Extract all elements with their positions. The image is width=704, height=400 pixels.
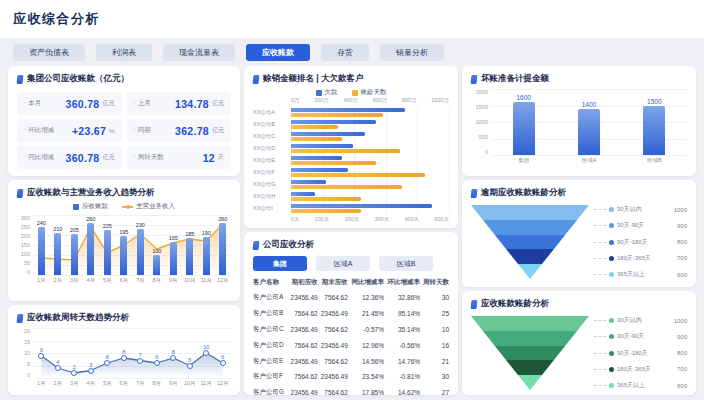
table-cell: 35.14% [384, 322, 420, 338]
aging-bucket-value: 1000 [665, 207, 687, 213]
bar-track [291, 204, 449, 213]
turnover-chart: 2015105094236876851061月2月3月4月5月6月7月8月9月1… [17, 328, 231, 387]
legend-dot-icon [609, 272, 614, 277]
table-cell: 14.56% [348, 353, 384, 369]
days-bar [291, 113, 383, 117]
point-value-label: 6 [221, 354, 224, 360]
table-row: 客户公司A23456.497564.6212.36%32.86%30 [253, 290, 449, 306]
region-tab-2[interactable]: 区域B [379, 256, 433, 271]
legend-swatch-icon [316, 90, 322, 96]
y-tick-label: 1000 [471, 119, 488, 125]
kpi-label: 周转天数 [134, 153, 164, 162]
aging-bucket-label: 365天以上 [617, 270, 665, 279]
turnover-area [41, 353, 223, 378]
bar-column: 165 [165, 215, 182, 275]
data-point [203, 350, 209, 356]
bottom-axis-label: 100天 [315, 216, 330, 223]
x-tick-label: 6月 [116, 380, 133, 387]
nav-tab-3[interactable]: 应收账款 [246, 44, 310, 61]
bar-column: 1400 [556, 89, 621, 155]
bar-value-label: 205 [70, 227, 79, 233]
company-table-card: 公司应收分析 集团区域A区域B 客户名称期初应收期末应收同比增减率环比增减率周转… [244, 232, 458, 395]
bar-value-label: 1500 [647, 98, 661, 105]
amount-bar [291, 168, 348, 172]
x-tick-label: 6月 [116, 277, 133, 284]
y-tick-label: 50 [17, 260, 30, 266]
x-tick-label: 3月 [66, 380, 83, 387]
point-value-label: 5 [188, 357, 191, 363]
x-tick-label: 11月 [198, 277, 215, 284]
dash-connector [594, 336, 606, 337]
page-header: 应收综合分析 [0, 0, 704, 38]
kpi-tile-1: 上月134.78亿元 [127, 92, 232, 115]
aging-funnel-title-text: 应收账款账龄分析 [481, 298, 549, 310]
funnel-band [471, 220, 589, 235]
days-bar [291, 149, 400, 153]
data-point [55, 365, 61, 371]
table-cell: 32.86% [384, 290, 420, 306]
kpi-tile-5: 周转天数12天 [127, 146, 232, 169]
turnover-line [33, 328, 231, 378]
table-cell: 23456.49 [288, 385, 318, 400]
aging-funnel-title: 应收账款账龄分析 [471, 298, 687, 310]
kpi-label: 环比增减 [24, 126, 54, 135]
overdue-funnel-title-text: 逾期应收账款账龄分析 [481, 187, 566, 199]
kpi-tile-2: 环比增减+23.67% [17, 119, 122, 142]
table-cell: 客户公司E [253, 353, 288, 369]
x-tick-label: 5月 [99, 277, 116, 284]
kpi-card-title: 集团公司应收账款（亿元） [17, 73, 231, 85]
bar-track [291, 180, 449, 189]
legend-label: 应收账款 [82, 202, 108, 211]
kpi-label: 同期 [134, 126, 151, 135]
data-point [38, 353, 44, 359]
nav-tab-0[interactable]: 资产负债表 [13, 44, 85, 61]
bar-column: 205 [66, 215, 83, 275]
panel-marker-icon [471, 75, 478, 84]
funnel-legend: 30天以内100030天-90天90090天-180天800180天-365天7… [591, 205, 687, 279]
bar-value-label: 260 [218, 216, 227, 222]
receivable-bar [137, 229, 144, 275]
table-cell: 27 [420, 385, 449, 400]
bar-column: 1600 [491, 89, 556, 155]
y-axis: 300250200150100500 [17, 215, 33, 275]
company-label: XX公司D [253, 145, 291, 152]
amount-bar [291, 108, 405, 112]
kpi-label: 上月 [134, 99, 151, 108]
x-tick-label: 集团 [491, 157, 556, 164]
x-tick-label: 2月 [50, 277, 67, 284]
nav-tab-5[interactable]: 销量分析 [380, 44, 444, 61]
bar-column: 190 [198, 215, 215, 275]
point-value-label: 8 [122, 349, 125, 355]
days-bar [291, 125, 338, 129]
legend-dot-icon [609, 383, 614, 388]
data-point [220, 360, 226, 366]
region-tab-1[interactable]: 区域A [316, 256, 370, 271]
bar-track [291, 156, 449, 165]
ranking-rows: XX公司AXX公司BXX公司CXX公司DXX公司EXX公司FXX公司GXX公司H… [253, 106, 449, 214]
days-bar [291, 197, 361, 201]
column-header: 客户名称 [253, 275, 288, 290]
table-cell: -0.56% [384, 337, 420, 353]
table-row: 客户公司B7564.6223456.4921.45%95.14%25 [253, 306, 449, 322]
y-tick-label: 10 [17, 350, 30, 356]
receivable-bar [104, 230, 111, 275]
funnel-legend-row: 180天-365天700 [591, 254, 687, 263]
bar-value-label: 100 [152, 248, 161, 254]
funnel-legend-row: 30天-90天900 [591, 332, 687, 341]
x-axis-labels: 1月2月3月4月5月6月7月8月9月10月11月12月 [33, 380, 231, 387]
table-cell: 23456.49 [318, 306, 348, 322]
x-tick-label: 4月 [83, 380, 100, 387]
x-tick-label: 4月 [83, 277, 100, 284]
x-tick-label: 8月 [149, 380, 166, 387]
region-tab-0[interactable]: 集团 [253, 256, 307, 271]
funnel-legend-row: 365天以上600 [591, 381, 687, 390]
nav-tab-2[interactable]: 现金流量表 [163, 44, 235, 61]
nav-tab-4[interactable]: 存货 [321, 44, 369, 61]
kpi-tile-3: 同期362.78亿元 [127, 119, 232, 142]
provision-bar [643, 106, 665, 156]
x-tick-label: 12月 [215, 380, 232, 387]
line-legend-icon [122, 206, 133, 208]
nav-tab-1[interactable]: 利润表 [96, 44, 152, 61]
gridline [33, 275, 231, 276]
plot-row: 3002502001501005002402102052602251952301… [17, 215, 231, 275]
